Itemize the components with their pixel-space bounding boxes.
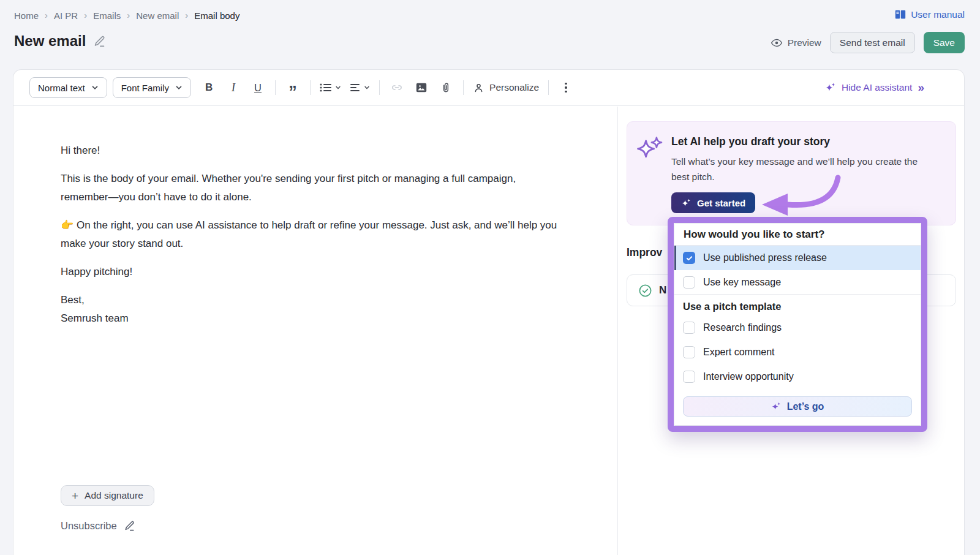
- checkbox-checked-icon[interactable]: [683, 252, 695, 264]
- checkbox-unchecked-icon[interactable]: [683, 346, 695, 358]
- edit-title-icon[interactable]: [93, 35, 106, 48]
- eye-icon: [771, 38, 783, 48]
- option-expert-comment[interactable]: Expert comment: [674, 340, 921, 364]
- editor-canvas[interactable]: Hi there! This is the body of your email…: [13, 107, 617, 328]
- option-label: Use key message: [703, 277, 781, 288]
- breadcrumb: Home › AI PR › Emails › New email › Emai…: [14, 10, 239, 21]
- ai-sparkles-icon: [633, 135, 665, 165]
- attachment-button[interactable]: [438, 78, 454, 97]
- personalize-label: Personalize: [489, 82, 539, 93]
- checkbox-unchecked-icon[interactable]: [683, 322, 695, 334]
- align-left-icon: [350, 83, 361, 92]
- font-family-dropdown[interactable]: Font Family: [113, 77, 191, 98]
- breadcrumb-emails[interactable]: Emails: [93, 10, 121, 21]
- underline-button[interactable]: U: [250, 78, 266, 97]
- chevron-right-icon: ›: [127, 10, 130, 20]
- chevron-right-icon: ›: [84, 10, 87, 20]
- blockquote-button[interactable]: ”: [285, 78, 301, 97]
- ai-draft-card: Let AI help you draft your story Tell wh…: [627, 121, 956, 225]
- email-paragraph: This is the body of your email. Whether …: [61, 170, 563, 206]
- link-icon: [390, 81, 404, 94]
- chevron-down-icon: [335, 85, 341, 91]
- chevron-down-icon: [91, 84, 99, 91]
- ai-assistant-panel: Let AI help you draft your story Tell wh…: [617, 107, 964, 555]
- paperclip-icon: [440, 81, 452, 94]
- font-family-value: Font Family: [121, 83, 169, 93]
- image-icon: [415, 82, 428, 93]
- email-body-editor[interactable]: Hi there! This is the body of your email…: [13, 107, 617, 555]
- plus-icon: +: [72, 490, 78, 502]
- chevron-down-icon: [364, 85, 370, 91]
- breadcrumb-current: Email body: [194, 10, 239, 21]
- option-label: Research findings: [703, 322, 782, 333]
- more-options-button[interactable]: [558, 78, 574, 97]
- text-style-value: Normal text: [38, 83, 85, 93]
- hide-ai-assistant-button[interactable]: Hide AI assistant »: [825, 81, 924, 94]
- option-use-key-message[interactable]: Use key message: [674, 270, 921, 295]
- save-button[interactable]: Save: [924, 32, 965, 53]
- popup-title: How would you like to start?: [674, 224, 921, 246]
- check-result-label: N: [659, 284, 666, 296]
- text-style-dropdown[interactable]: Normal text: [29, 77, 107, 98]
- top-header: Home › AI PR › Emails › New email › Emai…: [0, 0, 980, 69]
- link-button: [389, 78, 405, 97]
- checkbox-unchecked-icon[interactable]: [683, 276, 695, 289]
- personalize-button[interactable]: Personalize: [473, 78, 539, 97]
- person-icon: [473, 82, 484, 94]
- ai-start-popup: How would you like to start? Use publish…: [668, 217, 927, 432]
- email-paragraph: 👉 On the right, you can use AI assistanc…: [61, 216, 563, 253]
- lets-go-label: Let’s go: [787, 401, 824, 412]
- user-manual-link[interactable]: User manual: [894, 9, 965, 20]
- option-use-published-press-release[interactable]: Use published press release: [674, 246, 921, 270]
- edit-pencil-icon: [124, 520, 135, 532]
- option-interview-opportunity[interactable]: Interview opportunity: [674, 364, 921, 389]
- email-editor-card: Normal text Font Family B I U ”: [13, 69, 965, 555]
- hide-ai-assistant-label: Hide AI assistant: [842, 82, 912, 93]
- breadcrumb-home[interactable]: Home: [14, 10, 39, 21]
- chevron-right-icon: ›: [185, 10, 188, 20]
- double-chevron-right-icon: »: [918, 81, 924, 94]
- get-started-button[interactable]: Get started: [671, 192, 755, 213]
- preview-button[interactable]: Preview: [771, 37, 821, 48]
- align-button[interactable]: [350, 78, 370, 97]
- option-label: Expert comment: [703, 347, 774, 358]
- option-research-findings[interactable]: Research findings: [674, 315, 921, 340]
- lets-go-button[interactable]: Let’s go: [683, 396, 912, 417]
- insert-image-button[interactable]: [413, 78, 429, 97]
- sparkle-icon: [681, 198, 692, 208]
- sparkle-icon: [825, 82, 836, 93]
- ai-card-description: Tell what’s your key message and we’ll h…: [671, 154, 922, 184]
- email-signoff-line: Best,: [61, 291, 563, 309]
- send-test-email-button[interactable]: Send test email: [830, 32, 915, 53]
- sparkle-icon: [771, 401, 782, 412]
- breadcrumb-ai-pr[interactable]: AI PR: [54, 10, 78, 21]
- bullet-list-icon: [320, 83, 332, 92]
- breadcrumb-new-email[interactable]: New email: [136, 10, 179, 21]
- bold-button[interactable]: B: [201, 78, 217, 97]
- kebab-menu-icon: [565, 83, 567, 93]
- unsubscribe-link[interactable]: Unsubscribe: [61, 520, 135, 532]
- toolbar-divider: [310, 80, 311, 95]
- email-paragraph: Happy pitching!: [61, 263, 563, 281]
- italic-button[interactable]: I: [225, 78, 241, 97]
- toolbar-divider: [275, 80, 276, 95]
- toolbar-divider: [463, 80, 464, 95]
- preview-label: Preview: [788, 37, 821, 48]
- book-icon: [894, 9, 907, 20]
- add-signature-label: Add signature: [85, 490, 143, 501]
- check-circle-icon: [638, 284, 652, 298]
- page-title: New email: [14, 32, 86, 50]
- popup-group-title: Use a pitch template: [674, 295, 921, 315]
- chevron-right-icon: ›: [45, 10, 48, 20]
- option-label: Use published press release: [703, 252, 827, 263]
- add-signature-button[interactable]: + Add signature: [61, 485, 154, 506]
- chevron-down-icon: [175, 84, 183, 91]
- ai-card-title: Let AI help you draft your story: [671, 135, 943, 148]
- toolbar-divider: [548, 80, 549, 95]
- email-signoff-line: Semrush team: [61, 309, 563, 328]
- checkbox-unchecked-icon[interactable]: [683, 371, 695, 383]
- get-started-label: Get started: [697, 198, 745, 208]
- list-button[interactable]: [320, 78, 341, 97]
- email-paragraph: Hi there!: [61, 142, 563, 160]
- improve-section-heading: Improv: [627, 246, 662, 259]
